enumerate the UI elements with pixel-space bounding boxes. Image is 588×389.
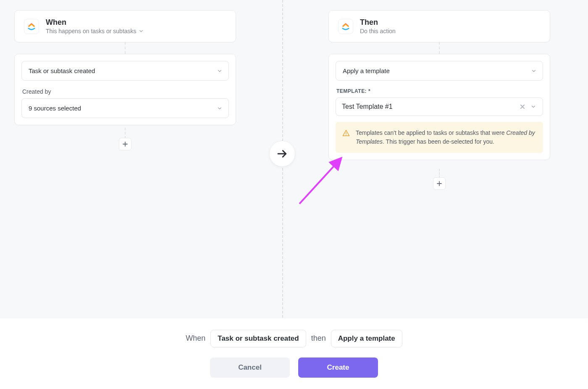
summary-then-label: then xyxy=(311,334,326,343)
warning-text-after: . This trigger has been de-selected for … xyxy=(383,138,494,145)
chevron-down-icon xyxy=(218,106,222,110)
cancel-button[interactable]: Cancel xyxy=(210,357,290,378)
then-body-card: Apply a template TEMPLATE: * Test Templa… xyxy=(328,54,550,160)
when-subtitle-row[interactable]: This happens on tasks or subtasks xyxy=(46,28,143,34)
when-body-card: Task or subtask created Created by 9 sou… xyxy=(14,54,236,125)
when-header-card: When This happens on tasks or subtasks xyxy=(14,10,236,42)
chevron-down-icon xyxy=(531,105,536,109)
template-dropdown-chevron[interactable] xyxy=(530,103,537,110)
add-condition-button[interactable] xyxy=(119,138,131,150)
chevron-down-icon xyxy=(532,69,536,73)
arrow-right-icon xyxy=(276,147,289,160)
then-title: Then xyxy=(360,18,396,27)
warning-icon xyxy=(342,129,350,137)
connector-line xyxy=(439,42,440,54)
created-by-select[interactable]: 9 sources selected xyxy=(21,98,229,118)
trigger-select-value: Task or subtask created xyxy=(29,67,95,74)
when-subtitle: This happens on tasks or subtasks xyxy=(46,28,136,34)
close-icon xyxy=(520,104,525,109)
created-by-label: Created by xyxy=(22,88,229,95)
created-by-value: 9 sources selected xyxy=(29,105,81,112)
add-action-button[interactable] xyxy=(433,177,446,190)
clear-template-button[interactable] xyxy=(519,103,526,110)
footer: When Task or subtask created then Apply … xyxy=(0,318,588,389)
create-button[interactable]: Create xyxy=(298,357,378,378)
trigger-select[interactable]: Task or subtask created xyxy=(21,61,229,81)
template-select[interactable]: Test Template #1 xyxy=(336,97,543,116)
template-value: Test Template #1 xyxy=(342,103,515,110)
connector-line xyxy=(439,169,440,178)
connector-line xyxy=(125,42,126,54)
template-warning: Templates can't be applied to tasks or s… xyxy=(336,122,543,153)
action-select-value: Apply a template xyxy=(343,67,390,74)
app-logo-icon xyxy=(338,19,353,34)
summary-when-pill[interactable]: Task or subtask created xyxy=(210,330,306,347)
template-label: TEMPLATE: * xyxy=(336,88,543,94)
summary-when-label: When xyxy=(186,334,205,343)
plus-icon xyxy=(436,181,442,187)
then-subtitle: Do this action xyxy=(360,28,396,34)
app-logo-icon xyxy=(24,19,39,34)
when-title: When xyxy=(46,18,143,27)
summary-then-pill[interactable]: Apply a template xyxy=(331,330,402,347)
automation-summary: When Task or subtask created then Apply … xyxy=(186,330,402,347)
chevron-down-icon xyxy=(218,69,222,73)
action-select[interactable]: Apply a template xyxy=(336,61,543,81)
svg-line-2 xyxy=(299,159,340,204)
chevron-down-icon xyxy=(139,29,143,33)
then-header-card: Then Do this action xyxy=(328,10,550,42)
warning-text-before: Templates can't be applied to tasks or s… xyxy=(356,129,506,136)
svg-point-1 xyxy=(346,134,346,135)
connector-line xyxy=(125,128,126,139)
plus-icon xyxy=(122,141,128,147)
arrow-circle xyxy=(269,141,295,167)
